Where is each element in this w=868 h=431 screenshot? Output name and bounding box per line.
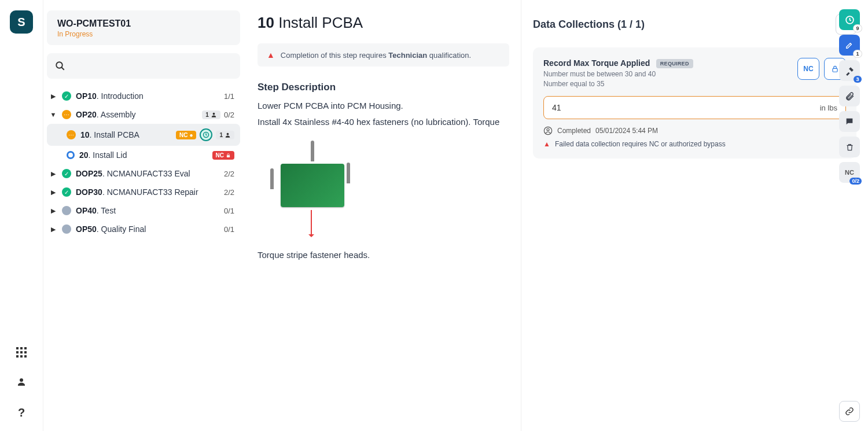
tree-count: 0/1	[224, 207, 234, 215]
badge-group: 1 0/2	[202, 110, 234, 119]
tree-label: OP50. Quality Final	[76, 224, 219, 234]
comments-button[interactable]	[839, 111, 860, 132]
tree-row-op20[interactable]: ▼ ⋯ OP20. Assembly 1 0/2	[47, 105, 240, 124]
dc-completed-meta: Completed 05/01/2024 5:44 PM	[543, 126, 846, 135]
dc-rule: Number equal to 35	[543, 80, 792, 88]
nc-count-badge: 0/2	[849, 178, 862, 185]
warning-icon: ▲	[543, 140, 550, 148]
svg-rect-18	[833, 68, 837, 72]
svg-rect-6	[16, 355, 19, 358]
svg-point-12	[213, 112, 215, 115]
chevron-right-icon[interactable]: ▶	[49, 170, 57, 178]
svg-point-9	[20, 378, 23, 382]
work-order-status: In Progress	[57, 30, 230, 38]
tools-icon	[845, 66, 855, 76]
chevron-right-icon[interactable]: ▶	[49, 207, 57, 215]
status-dot-complete: ✓	[62, 169, 71, 178]
chevron-right-icon[interactable]: ▶	[49, 226, 57, 233]
qualification-banner: ▲ Completion of this step requires Techn…	[258, 43, 509, 67]
data-collections-panel: Data Collections (1 / 1) Record Max Torq…	[521, 0, 868, 431]
app-logo[interactable]: S	[10, 10, 33, 34]
left-rail: S ?	[0, 0, 43, 431]
panel-header: Data Collections (1 / 1)	[533, 14, 856, 35]
status-dot-inprogress: ⋯	[67, 130, 76, 139]
step-description-line: Torque stripe fastener heads.	[258, 248, 509, 262]
status-dot-complete: ✓	[62, 187, 71, 197]
edit-badge: 1	[854, 50, 862, 57]
user-circle-icon	[543, 126, 553, 135]
dc-name: Record Max Torque Applied	[543, 58, 650, 68]
dc-unit: in lbs	[820, 104, 837, 112]
status-dot-pending	[67, 151, 75, 159]
svg-point-10	[56, 62, 62, 68]
nc-button[interactable]: NC	[797, 58, 819, 80]
operation-tree: ▶ ✓ OP10. Introduction 1/1 ▼ ⋯ OP20. Ass…	[47, 87, 240, 238]
tree-count: 0/1	[224, 225, 234, 234]
delete-button[interactable]	[839, 137, 860, 157]
person-badge: 1	[202, 110, 220, 119]
tools-badge: 3	[854, 76, 862, 83]
help-icon[interactable]: ?	[18, 406, 25, 419]
search-icon	[55, 61, 65, 71]
nc-summary-button[interactable]: NC 0/2	[839, 162, 860, 183]
svg-rect-2	[24, 347, 27, 349]
paperclip-icon	[845, 91, 855, 101]
apps-icon[interactable]	[16, 347, 27, 360]
step-image	[269, 135, 356, 239]
tree-row-op40[interactable]: ▶ OP40. Test 0/1	[47, 201, 240, 220]
tree-row-op50[interactable]: ▶ OP50. Quality Final 0/1	[47, 220, 240, 238]
attachments-button[interactable]	[839, 86, 860, 106]
chevron-right-icon[interactable]: ▶	[49, 189, 57, 196]
dc-fail-message: ▲ Failed data collection requires NC or …	[543, 140, 846, 148]
right-rail: 9 1 3 NC 0/2	[839, 9, 860, 183]
dc-value-input[interactable]: 41 in lbs	[543, 96, 846, 119]
timer-button[interactable]: 9	[839, 9, 860, 30]
tools-button[interactable]: 3	[839, 60, 860, 81]
lock-icon	[831, 65, 839, 73]
dc-value: 41	[552, 103, 561, 112]
search-input[interactable]	[47, 53, 240, 79]
tree-row-op10[interactable]: ▶ ✓ OP10. Introduction 1/1	[47, 87, 240, 105]
tree-row-dop25[interactable]: ▶ ✓ DOP25. NCMANUFACT33 Eval 2/2	[47, 164, 240, 183]
badge-group: NC ● 1	[176, 128, 234, 141]
chevron-right-icon[interactable]: ▶	[49, 93, 57, 100]
copy-link-button[interactable]	[839, 401, 860, 422]
panel-title: Data Collections (1 / 1)	[533, 19, 645, 31]
step-title: 10 Install PCBA	[258, 14, 509, 32]
work-order-id: WO-PCMTEST01	[57, 19, 230, 29]
link-icon	[845, 407, 854, 416]
timer-badge: 9	[854, 25, 862, 32]
user-icon[interactable]	[16, 377, 27, 390]
status-dot-notstarted	[62, 206, 71, 215]
svg-line-11	[61, 67, 64, 70]
left-rail-bottom: ?	[16, 347, 27, 419]
tree-count: 1/1	[224, 92, 234, 101]
dc-rule: Number must be between 30 and 40	[543, 70, 792, 78]
logo-letter: S	[17, 16, 25, 29]
tree-count: 2/2	[224, 188, 234, 197]
tree-row-dop30[interactable]: ▶ ✓ DOP30. NCMANUFACT33 Repair 2/2	[47, 183, 240, 201]
step-description-heading: Step Description	[258, 82, 509, 93]
tree-label: DOP30. NCMANUFACT33 Repair	[76, 187, 219, 197]
svg-rect-1	[20, 347, 23, 349]
required-pill: REQUIRED	[656, 59, 693, 68]
step-description-line: Lower PCM PCBA into PCM Housing.	[258, 99, 509, 113]
chevron-down-icon[interactable]: ▼	[49, 111, 57, 118]
tree-label: OP40. Test	[76, 206, 219, 215]
svg-rect-3	[16, 351, 19, 353]
tree-row-step20[interactable]: 20. Install Lid NC	[47, 146, 240, 164]
work-order-card[interactable]: WO-PCMTEST01 In Progress	[47, 10, 240, 45]
svg-rect-0	[16, 347, 19, 349]
tree-count: 2/2	[224, 170, 234, 178]
svg-point-20	[547, 128, 549, 131]
edit-button[interactable]: 1	[839, 35, 860, 56]
tree-row-step10[interactable]: ⋯ 10. Install PCBA NC ● 1	[47, 124, 240, 146]
badge-group: NC	[212, 151, 234, 160]
tree-label: OP20. Assembly	[76, 110, 197, 119]
nc-lock-badge: NC	[212, 151, 234, 160]
data-collection-card: Record Max Torque Applied REQUIRED Numbe…	[533, 47, 856, 159]
tree-label: DOP25. NCMANUFACT33 Eval	[76, 169, 219, 178]
tree-label: 10. Install PCBA	[80, 130, 171, 139]
clock-icon	[845, 15, 855, 25]
status-dot-complete: ✓	[62, 91, 71, 101]
